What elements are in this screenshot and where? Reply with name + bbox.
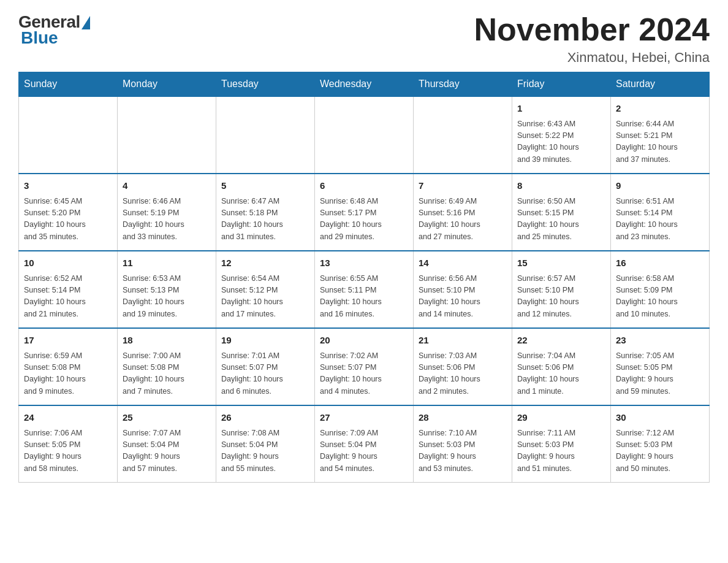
calendar-cell-2-1: 3Sunrise: 6:45 AM Sunset: 5:20 PM Daylig… [19, 174, 118, 251]
day-info: Sunrise: 7:11 AM Sunset: 5:03 PM Dayligh… [517, 427, 605, 475]
calendar-cell-5-5: 28Sunrise: 7:10 AM Sunset: 5:03 PM Dayli… [414, 405, 512, 483]
header: General Blue November 2024 Xinmatou, Heb… [18, 12, 710, 66]
day-info: Sunrise: 6:58 AM Sunset: 5:09 PM Dayligh… [616, 273, 704, 321]
calendar-cell-3-7: 16Sunrise: 6:58 AM Sunset: 5:09 PM Dayli… [611, 251, 710, 328]
day-info: Sunrise: 6:57 AM Sunset: 5:10 PM Dayligh… [517, 273, 605, 321]
day-number: 25 [123, 411, 211, 425]
day-info: Sunrise: 6:48 AM Sunset: 5:17 PM Dayligh… [320, 196, 408, 243]
calendar-header-saturday: Saturday [611, 72, 710, 97]
day-info: Sunrise: 7:04 AM Sunset: 5:06 PM Dayligh… [517, 350, 605, 398]
calendar-week-row-5: 24Sunrise: 7:06 AM Sunset: 5:05 PM Dayli… [19, 405, 710, 483]
calendar-cell-3-3: 12Sunrise: 6:54 AM Sunset: 5:12 PM Dayli… [216, 251, 315, 328]
calendar-week-row-1: 1Sunrise: 6:43 AM Sunset: 5:22 PM Daylig… [19, 96, 710, 174]
calendar-cell-5-7: 30Sunrise: 7:12 AM Sunset: 5:03 PM Dayli… [611, 405, 710, 483]
day-info: Sunrise: 6:54 AM Sunset: 5:12 PM Dayligh… [221, 273, 309, 321]
day-info: Sunrise: 6:46 AM Sunset: 5:19 PM Dayligh… [123, 196, 211, 243]
day-info: Sunrise: 6:44 AM Sunset: 5:21 PM Dayligh… [616, 118, 704, 166]
day-info: Sunrise: 6:53 AM Sunset: 5:13 PM Dayligh… [123, 273, 211, 321]
day-number: 3 [24, 179, 112, 193]
day-number: 28 [419, 411, 507, 425]
calendar-cell-4-1: 17Sunrise: 6:59 AM Sunset: 5:08 PM Dayli… [19, 328, 118, 405]
calendar-cell-4-2: 18Sunrise: 7:00 AM Sunset: 5:08 PM Dayli… [118, 328, 216, 405]
day-info: Sunrise: 6:49 AM Sunset: 5:16 PM Dayligh… [419, 196, 507, 243]
day-number: 15 [517, 256, 605, 270]
calendar-cell-3-2: 11Sunrise: 6:53 AM Sunset: 5:13 PM Dayli… [118, 251, 216, 328]
calendar-header-row: SundayMondayTuesdayWednesdayThursdayFrid… [19, 72, 710, 97]
day-info: Sunrise: 6:51 AM Sunset: 5:14 PM Dayligh… [616, 196, 704, 243]
day-number: 8 [517, 179, 605, 193]
calendar-cell-2-2: 4Sunrise: 6:46 AM Sunset: 5:19 PM Daylig… [118, 174, 216, 251]
calendar-cell-5-2: 25Sunrise: 7:07 AM Sunset: 5:04 PM Dayli… [118, 405, 216, 483]
day-number: 23 [616, 334, 704, 348]
calendar-cell-4-3: 19Sunrise: 7:01 AM Sunset: 5:07 PM Dayli… [216, 328, 315, 405]
day-number: 2 [616, 102, 704, 116]
day-number: 27 [320, 411, 408, 425]
calendar-cell-3-5: 14Sunrise: 6:56 AM Sunset: 5:10 PM Dayli… [414, 251, 512, 328]
day-number: 1 [517, 102, 605, 116]
day-number: 29 [517, 411, 605, 425]
day-info: Sunrise: 7:09 AM Sunset: 5:04 PM Dayligh… [320, 427, 408, 475]
calendar-cell-3-1: 10Sunrise: 6:52 AM Sunset: 5:14 PM Dayli… [19, 251, 118, 328]
calendar-cell-5-1: 24Sunrise: 7:06 AM Sunset: 5:05 PM Dayli… [19, 405, 118, 483]
logo-triangle-icon [82, 16, 90, 29]
logo: General Blue [18, 12, 90, 48]
calendar-cell-2-4: 6Sunrise: 6:48 AM Sunset: 5:17 PM Daylig… [315, 174, 414, 251]
day-info: Sunrise: 7:08 AM Sunset: 5:04 PM Dayligh… [221, 427, 309, 475]
day-info: Sunrise: 7:01 AM Sunset: 5:07 PM Dayligh… [221, 350, 309, 398]
day-info: Sunrise: 6:43 AM Sunset: 5:22 PM Dayligh… [517, 118, 605, 166]
day-info: Sunrise: 7:06 AM Sunset: 5:05 PM Dayligh… [24, 427, 112, 475]
day-number: 24 [24, 411, 112, 425]
calendar-cell-3-4: 13Sunrise: 6:55 AM Sunset: 5:11 PM Dayli… [315, 251, 414, 328]
day-number: 19 [221, 334, 309, 348]
calendar-header-wednesday: Wednesday [315, 72, 414, 97]
calendar-table: SundayMondayTuesdayWednesdayThursdayFrid… [18, 72, 710, 483]
calendar-week-row-3: 10Sunrise: 6:52 AM Sunset: 5:14 PM Dayli… [19, 251, 710, 328]
calendar-cell-2-5: 7Sunrise: 6:49 AM Sunset: 5:16 PM Daylig… [414, 174, 512, 251]
day-number: 6 [320, 179, 408, 193]
calendar-cell-1-4 [315, 96, 414, 174]
calendar-cell-2-7: 9Sunrise: 6:51 AM Sunset: 5:14 PM Daylig… [611, 174, 710, 251]
day-number: 12 [221, 256, 309, 270]
calendar-cell-5-3: 26Sunrise: 7:08 AM Sunset: 5:04 PM Dayli… [216, 405, 315, 483]
day-number: 10 [24, 256, 112, 270]
calendar-header-thursday: Thursday [414, 72, 512, 97]
calendar-cell-5-4: 27Sunrise: 7:09 AM Sunset: 5:04 PM Dayli… [315, 405, 414, 483]
day-number: 4 [123, 179, 211, 193]
day-info: Sunrise: 7:07 AM Sunset: 5:04 PM Dayligh… [123, 427, 211, 475]
day-number: 7 [419, 179, 507, 193]
day-number: 11 [123, 256, 211, 270]
calendar-week-row-2: 3Sunrise: 6:45 AM Sunset: 5:20 PM Daylig… [19, 174, 710, 251]
day-number: 21 [419, 334, 507, 348]
day-number: 14 [419, 256, 507, 270]
day-info: Sunrise: 6:52 AM Sunset: 5:14 PM Dayligh… [24, 273, 112, 321]
day-info: Sunrise: 7:10 AM Sunset: 5:03 PM Dayligh… [419, 427, 507, 475]
calendar-header-sunday: Sunday [19, 72, 118, 97]
day-info: Sunrise: 7:02 AM Sunset: 5:07 PM Dayligh… [320, 350, 408, 398]
calendar-cell-1-5 [414, 96, 512, 174]
day-number: 26 [221, 411, 309, 425]
calendar-header-friday: Friday [512, 72, 611, 97]
day-number: 16 [616, 256, 704, 270]
calendar-header-tuesday: Tuesday [216, 72, 315, 97]
day-number: 30 [616, 411, 704, 425]
day-number: 9 [616, 179, 704, 193]
day-info: Sunrise: 6:47 AM Sunset: 5:18 PM Dayligh… [221, 196, 309, 243]
calendar-cell-4-5: 21Sunrise: 7:03 AM Sunset: 5:06 PM Dayli… [414, 328, 512, 405]
day-info: Sunrise: 7:00 AM Sunset: 5:08 PM Dayligh… [123, 350, 211, 398]
day-info: Sunrise: 6:50 AM Sunset: 5:15 PM Dayligh… [517, 196, 605, 243]
calendar-cell-5-6: 29Sunrise: 7:11 AM Sunset: 5:03 PM Dayli… [512, 405, 611, 483]
calendar-cell-4-6: 22Sunrise: 7:04 AM Sunset: 5:06 PM Dayli… [512, 328, 611, 405]
calendar-cell-3-6: 15Sunrise: 6:57 AM Sunset: 5:10 PM Dayli… [512, 251, 611, 328]
day-number: 18 [123, 334, 211, 348]
title-area: November 2024 Xinmatou, Hebei, China [474, 12, 710, 66]
day-info: Sunrise: 6:59 AM Sunset: 5:08 PM Dayligh… [24, 350, 112, 398]
calendar-header-monday: Monday [118, 72, 216, 97]
day-info: Sunrise: 7:05 AM Sunset: 5:05 PM Dayligh… [616, 350, 704, 398]
month-title: November 2024 [474, 12, 710, 47]
day-number: 20 [320, 334, 408, 348]
calendar-cell-1-7: 2Sunrise: 6:44 AM Sunset: 5:21 PM Daylig… [611, 96, 710, 174]
day-number: 13 [320, 256, 408, 270]
calendar-cell-4-4: 20Sunrise: 7:02 AM Sunset: 5:07 PM Dayli… [315, 328, 414, 405]
calendar-week-row-4: 17Sunrise: 6:59 AM Sunset: 5:08 PM Dayli… [19, 328, 710, 405]
day-info: Sunrise: 6:55 AM Sunset: 5:11 PM Dayligh… [320, 273, 408, 321]
